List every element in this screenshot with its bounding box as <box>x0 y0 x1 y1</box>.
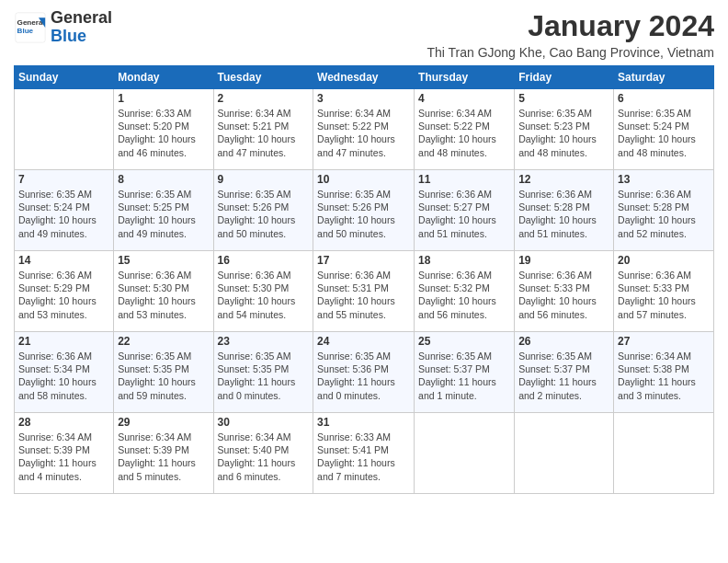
header-monday: Monday <box>114 66 213 89</box>
header-friday: Friday <box>515 66 614 89</box>
location: Thi Tran GJong Khe, Cao Bang Province, V… <box>427 45 714 60</box>
day-info: Sunrise: 6:35 AMSunset: 5:35 PMDaylight:… <box>218 350 310 402</box>
calendar-row: 14Sunrise: 6:36 AMSunset: 5:29 PMDayligh… <box>15 251 714 332</box>
day-info: Sunrise: 6:33 AMSunset: 5:41 PMDaylight:… <box>317 431 410 483</box>
logo-text: General Blue <box>51 9 112 46</box>
calendar-cell <box>515 413 614 494</box>
calendar-cell <box>415 413 515 494</box>
day-number: 22 <box>118 335 209 348</box>
calendar-cell: 18Sunrise: 6:36 AMSunset: 5:32 PMDayligh… <box>415 251 515 332</box>
day-info: Sunrise: 6:35 AMSunset: 5:26 PMDaylight:… <box>218 188 310 240</box>
day-number: 15 <box>118 254 209 267</box>
day-number: 1 <box>118 92 209 105</box>
page-header: General Blue General Blue January 2024 T… <box>14 9 714 60</box>
day-info: Sunrise: 6:35 AMSunset: 5:37 PMDaylight:… <box>518 350 609 402</box>
day-number: 5 <box>518 92 609 105</box>
day-info: Sunrise: 6:34 AMSunset: 5:22 PMDaylight:… <box>317 107 410 159</box>
calendar-cell: 5Sunrise: 6:35 AMSunset: 5:23 PMDaylight… <box>515 89 614 170</box>
day-info: Sunrise: 6:34 AMSunset: 5:21 PMDaylight:… <box>218 107 310 159</box>
calendar-cell: 22Sunrise: 6:35 AMSunset: 5:35 PMDayligh… <box>114 332 213 413</box>
day-info: Sunrise: 6:35 AMSunset: 5:37 PMDaylight:… <box>418 350 510 402</box>
day-info: Sunrise: 6:35 AMSunset: 5:25 PMDaylight:… <box>118 188 209 240</box>
day-number: 4 <box>418 92 510 105</box>
day-number: 3 <box>317 92 410 105</box>
day-info: Sunrise: 6:36 AMSunset: 5:28 PMDaylight:… <box>518 188 609 240</box>
svg-text:Blue: Blue <box>17 27 34 35</box>
header-saturday: Saturday <box>614 66 714 89</box>
day-number: 31 <box>317 416 410 429</box>
day-number: 13 <box>618 173 710 186</box>
calendar-cell: 23Sunrise: 6:35 AMSunset: 5:35 PMDayligh… <box>213 332 313 413</box>
logo-name-part2: Blue <box>51 27 86 45</box>
day-number: 17 <box>317 254 410 267</box>
calendar-cell: 10Sunrise: 6:35 AMSunset: 5:26 PMDayligh… <box>313 170 415 251</box>
day-info: Sunrise: 6:36 AMSunset: 5:31 PMDaylight:… <box>317 269 410 321</box>
calendar-header-row: SundayMondayTuesdayWednesdayThursdayFrid… <box>15 66 714 89</box>
day-number: 21 <box>18 335 109 348</box>
day-number: 10 <box>317 173 410 186</box>
calendar-cell: 15Sunrise: 6:36 AMSunset: 5:30 PMDayligh… <box>114 251 213 332</box>
day-info: Sunrise: 6:33 AMSunset: 5:20 PMDaylight:… <box>118 107 209 159</box>
day-number: 23 <box>218 335 310 348</box>
calendar-cell: 3Sunrise: 6:34 AMSunset: 5:22 PMDaylight… <box>313 89 415 170</box>
day-info: Sunrise: 6:36 AMSunset: 5:30 PMDaylight:… <box>218 269 310 321</box>
calendar-cell: 16Sunrise: 6:36 AMSunset: 5:30 PMDayligh… <box>213 251 313 332</box>
day-info: Sunrise: 6:35 AMSunset: 5:24 PMDaylight:… <box>18 188 109 240</box>
day-number: 24 <box>317 335 410 348</box>
calendar-cell: 13Sunrise: 6:36 AMSunset: 5:28 PMDayligh… <box>614 170 714 251</box>
calendar-cell: 4Sunrise: 6:34 AMSunset: 5:22 PMDaylight… <box>415 89 515 170</box>
day-info: Sunrise: 6:35 AMSunset: 5:35 PMDaylight:… <box>118 350 209 402</box>
calendar-cell: 6Sunrise: 6:35 AMSunset: 5:24 PMDaylight… <box>614 89 714 170</box>
calendar-cell: 29Sunrise: 6:34 AMSunset: 5:39 PMDayligh… <box>114 413 213 494</box>
calendar-cell: 2Sunrise: 6:34 AMSunset: 5:21 PMDaylight… <box>213 89 313 170</box>
calendar-cell: 24Sunrise: 6:35 AMSunset: 5:36 PMDayligh… <box>313 332 415 413</box>
day-number: 20 <box>618 254 710 267</box>
calendar-cell: 30Sunrise: 6:34 AMSunset: 5:40 PMDayligh… <box>213 413 313 494</box>
day-info: Sunrise: 6:36 AMSunset: 5:27 PMDaylight:… <box>418 188 510 240</box>
day-number: 27 <box>618 335 710 348</box>
calendar-cell: 21Sunrise: 6:36 AMSunset: 5:34 PMDayligh… <box>15 332 114 413</box>
day-number: 8 <box>118 173 209 186</box>
day-number: 28 <box>18 416 109 429</box>
day-info: Sunrise: 6:35 AMSunset: 5:24 PMDaylight:… <box>618 107 710 159</box>
header-sunday: Sunday <box>15 66 114 89</box>
day-info: Sunrise: 6:36 AMSunset: 5:34 PMDaylight:… <box>18 350 109 402</box>
day-number: 18 <box>418 254 510 267</box>
calendar-cell: 9Sunrise: 6:35 AMSunset: 5:26 PMDaylight… <box>213 170 313 251</box>
day-info: Sunrise: 6:36 AMSunset: 5:33 PMDaylight:… <box>618 269 710 321</box>
calendar-cell: 28Sunrise: 6:34 AMSunset: 5:39 PMDayligh… <box>15 413 114 494</box>
day-number: 7 <box>18 173 109 186</box>
title-block: January 2024 Thi Tran GJong Khe, Cao Ban… <box>427 9 714 60</box>
header-tuesday: Tuesday <box>213 66 313 89</box>
day-info: Sunrise: 6:34 AMSunset: 5:39 PMDaylight:… <box>18 431 109 483</box>
day-number: 25 <box>418 335 510 348</box>
day-info: Sunrise: 6:36 AMSunset: 5:30 PMDaylight:… <box>118 269 209 321</box>
logo: General Blue General Blue <box>14 9 112 46</box>
day-number: 9 <box>218 173 310 186</box>
calendar-cell: 25Sunrise: 6:35 AMSunset: 5:37 PMDayligh… <box>415 332 515 413</box>
calendar-cell: 19Sunrise: 6:36 AMSunset: 5:33 PMDayligh… <box>515 251 614 332</box>
day-number: 16 <box>218 254 310 267</box>
calendar-cell: 11Sunrise: 6:36 AMSunset: 5:27 PMDayligh… <box>415 170 515 251</box>
logo-icon: General Blue <box>14 11 47 44</box>
day-info: Sunrise: 6:34 AMSunset: 5:39 PMDaylight:… <box>118 431 209 483</box>
calendar-cell: 1Sunrise: 6:33 AMSunset: 5:20 PMDaylight… <box>114 89 213 170</box>
header-wednesday: Wednesday <box>313 66 415 89</box>
day-number: 30 <box>218 416 310 429</box>
day-info: Sunrise: 6:34 AMSunset: 5:38 PMDaylight:… <box>618 350 710 402</box>
day-number: 14 <box>18 254 109 267</box>
calendar-cell: 27Sunrise: 6:34 AMSunset: 5:38 PMDayligh… <box>614 332 714 413</box>
header-thursday: Thursday <box>415 66 515 89</box>
day-number: 26 <box>518 335 609 348</box>
day-info: Sunrise: 6:36 AMSunset: 5:32 PMDaylight:… <box>418 269 510 321</box>
calendar-cell: 12Sunrise: 6:36 AMSunset: 5:28 PMDayligh… <box>515 170 614 251</box>
calendar-cell: 8Sunrise: 6:35 AMSunset: 5:25 PMDaylight… <box>114 170 213 251</box>
day-info: Sunrise: 6:35 AMSunset: 5:26 PMDaylight:… <box>317 188 410 240</box>
day-number: 6 <box>618 92 710 105</box>
day-number: 2 <box>218 92 310 105</box>
day-info: Sunrise: 6:35 AMSunset: 5:36 PMDaylight:… <box>317 350 410 402</box>
calendar-row: 1Sunrise: 6:33 AMSunset: 5:20 PMDaylight… <box>15 89 714 170</box>
day-info: Sunrise: 6:36 AMSunset: 5:33 PMDaylight:… <box>518 269 609 321</box>
day-number: 29 <box>118 416 209 429</box>
day-info: Sunrise: 6:36 AMSunset: 5:29 PMDaylight:… <box>18 269 109 321</box>
